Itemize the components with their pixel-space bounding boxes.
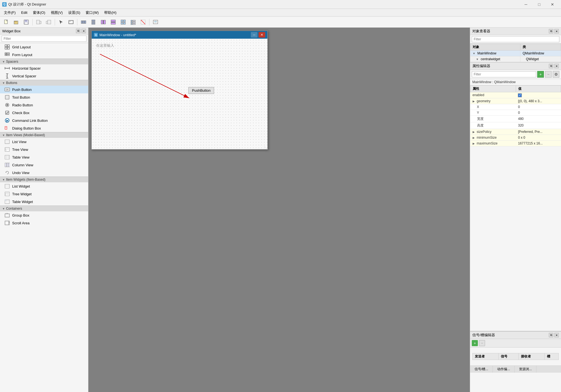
props-editor-close[interactable]: ✕	[554, 64, 559, 68]
design-window-minimize[interactable]: ─	[251, 32, 257, 38]
widget-item-tool-button[interactable]: Tool Button	[0, 93, 88, 101]
widget-item-grid-layout[interactable]: Grid Layout	[0, 43, 88, 51]
widget-item-push-button[interactable]: OK Push Button	[0, 86, 88, 93]
sizepolicy-label: sizePolicy	[477, 130, 491, 134]
main-layout: Widget Box ⧉ ✕ Grid Layout Form Layout	[0, 28, 561, 392]
tab-resources[interactable]: 资源浏...	[515, 366, 536, 373]
toolbar-mode-arrow[interactable]	[56, 18, 66, 27]
widget-item-table-view[interactable]: Table View	[0, 153, 88, 161]
widget-item-label: Tree View	[12, 148, 28, 152]
category-buttons[interactable]: ▼ Buttons	[0, 80, 88, 86]
toolbar-layout-split-v[interactable]	[109, 18, 118, 27]
prop-row-geometry[interactable]: ▶ geometry [(0, 0), 480 x 3...	[470, 98, 561, 104]
enabled-checkbox[interactable]: ✓	[518, 93, 522, 97]
menu-form[interactable]: 窗体(O)	[30, 9, 48, 16]
toolbar-layout-v[interactable]	[89, 18, 98, 27]
widget-item-hspacer[interactable]: ≈ Horizontal Spacer	[0, 64, 88, 72]
obj-inspector-close[interactable]: ✕	[554, 29, 559, 33]
menu-help[interactable]: 帮助(H)	[101, 9, 119, 16]
prop-row-maxsize[interactable]: ▶ maximumSize 16777215 x 16...	[470, 140, 561, 146]
widget-item-command-link[interactable]: ▶ Command Link Button	[0, 117, 88, 124]
minsize-label: minimumSize	[477, 136, 497, 140]
signals-editor-float[interactable]: ⧉	[549, 333, 553, 337]
widget-item-list-widget[interactable]: List Widget	[0, 182, 88, 190]
widget-item-tree-widget[interactable]: Tree Widget	[0, 190, 88, 198]
maximize-button[interactable]: □	[533, 0, 546, 9]
canvas-push-button[interactable]: PushButton	[188, 87, 214, 94]
category-containers[interactable]: ▼ Containers	[0, 206, 88, 211]
category-spacers[interactable]: ▼ Spacers	[0, 59, 88, 64]
svg-rect-31	[133, 22, 135, 23]
obj-row-mainwindow[interactable]: ▼ MainWindow QMainWindow	[470, 51, 561, 56]
widget-item-group-box[interactable]: GB Group Box	[0, 211, 88, 219]
close-button[interactable]: ✕	[546, 0, 559, 9]
widget-box-float[interactable]: ⧉	[76, 29, 80, 33]
signals-add-button[interactable]: +	[472, 340, 478, 346]
design-window-close[interactable]: ✕	[259, 32, 265, 38]
props-filter-input[interactable]	[472, 71, 536, 77]
toolbar-break-layout[interactable]	[138, 18, 148, 27]
tab-signals-slots[interactable]: 信号/槽...	[470, 366, 493, 373]
obj-filter-input[interactable]	[472, 36, 559, 42]
toolbar-save[interactable]	[22, 18, 31, 27]
prop-value-enabled[interactable]: ✓	[516, 92, 561, 98]
obj-col-object: 对象	[470, 44, 520, 51]
toolbar-layout-grid[interactable]	[118, 18, 128, 27]
props-settings-btn[interactable]: ⚙	[553, 71, 559, 78]
widget-item-dialog-button[interactable]: Dialog Button Box	[0, 124, 88, 132]
signals-editor: 信号/槽编辑器 ⧉ ✕ + − 发送者 信号 接收者 槽	[470, 331, 561, 392]
toolbar-undo2[interactable]	[34, 18, 43, 27]
widget-item-tree-view[interactable]: Tree View	[0, 146, 88, 153]
props-add-btn[interactable]: +	[537, 71, 544, 78]
prop-value-x: 0	[516, 104, 561, 110]
maxsize-expand: ▶	[473, 142, 475, 145]
signals-remove-button[interactable]: −	[479, 340, 485, 346]
widget-item-form-layout[interactable]: Form Layout	[0, 51, 88, 59]
toolbar-redo2[interactable]	[44, 18, 53, 27]
resize-handle[interactable]: ⋱	[264, 146, 267, 149]
prop-row-minsize[interactable]: ▶ minimumSize 0 x 0	[470, 135, 561, 140]
prop-row-width[interactable]: 宽度 480	[470, 115, 561, 122]
hspacer-icon: ≈	[4, 65, 10, 71]
widget-item-radio-button[interactable]: Radio Button	[0, 101, 88, 109]
widget-item-list-view[interactable]: List View	[0, 138, 88, 146]
widget-item-label: Column View	[12, 163, 33, 167]
widget-item-scroll-area[interactable]: Scroll Area	[0, 219, 88, 227]
prop-row-enabled[interactable]: enabled ✓	[470, 92, 561, 98]
prop-row-sizepolicy[interactable]: ▶ sizePolicy [Preferred, Pre...	[470, 129, 561, 135]
toolbar-layout-h[interactable]	[79, 18, 88, 27]
signals-editor-close[interactable]: ✕	[554, 333, 559, 337]
menu-edit[interactable]: Edit	[19, 9, 30, 16]
widget-box-close[interactable]: ✕	[81, 29, 86, 33]
design-canvas[interactable]: 在这里输入 PushButton ⋱	[92, 39, 267, 149]
props-remove-btn[interactable]: −	[545, 71, 552, 78]
widget-item-column-view[interactable]: Column View	[0, 161, 88, 169]
prop-row-y[interactable]: Y 0	[470, 110, 561, 115]
prop-name-sizepolicy: ▶ sizePolicy	[470, 129, 516, 135]
menu-window[interactable]: 窗口(W)	[83, 9, 101, 16]
menu-settings[interactable]: 设置(S)	[65, 9, 83, 16]
prop-row-height[interactable]: 高度 320	[470, 122, 561, 129]
obj-inspector-float[interactable]: ⧉	[549, 29, 553, 33]
toolbar-open[interactable]	[12, 18, 21, 27]
toolbar-layout-split-h[interactable]	[99, 18, 108, 27]
svg-text:≈: ≈	[7, 67, 8, 70]
menu-view[interactable]: 视图(V)	[48, 9, 65, 16]
widget-item-check-box[interactable]: Check Box	[0, 109, 88, 117]
prop-row-x[interactable]: X 0	[470, 104, 561, 110]
toolbar-preview[interactable]	[151, 18, 160, 27]
category-item-widgets[interactable]: ▼ Item Widgets (Item-Based)	[0, 177, 88, 182]
props-editor-float[interactable]: ⧉	[549, 64, 553, 68]
toolbar-new[interactable]	[2, 18, 11, 27]
minimize-button[interactable]: ─	[520, 0, 532, 9]
widget-item-undo-view[interactable]: Undo View	[0, 169, 88, 177]
widget-item-table-widget[interactable]: Table Widget	[0, 198, 88, 206]
widget-item-vspacer[interactable]: ≈ Vertical Spacer	[0, 72, 88, 80]
category-item-views[interactable]: ▼ Item Views (Model-Based)	[0, 132, 88, 138]
tab-actions[interactable]: 动作编...	[493, 366, 515, 373]
widget-filter-input[interactable]	[2, 36, 86, 42]
toolbar-mode-tab[interactable]	[66, 18, 76, 27]
obj-row-centralwidget[interactable]: ▼ centralwidget QWidget	[470, 56, 561, 62]
toolbar-layout-form[interactable]	[128, 18, 138, 27]
menu-file[interactable]: 文件(F)	[1, 9, 19, 16]
